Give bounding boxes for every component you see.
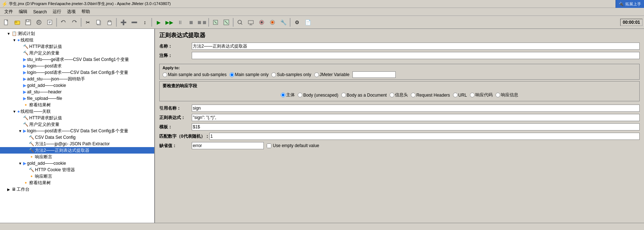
regex-input[interactable] (192, 114, 640, 121)
tree-item-stu-info[interactable]: ▶ stu_info——ge请求——CSV Data Set Config1个变… (0, 56, 154, 63)
resp-code[interactable]: 响应代码 (470, 92, 493, 98)
remote-stop-now-btn[interactable] (267, 17, 277, 27)
tree-item-login-post-csv2[interactable]: ▼ ▶ login——post请求——CSV Data Set Config多个… (0, 128, 154, 134)
edit-btn[interactable] (45, 17, 55, 27)
tree-item-http-cookie-mgr[interactable]: 🔨 HTTP Cookie 管理器 (0, 167, 154, 173)
resp-info-radio[interactable] (390, 93, 394, 97)
tree-panel[interactable]: ▼ 📋 测试计划 ▼ ● 线程组 🔨 HTTP请求默认值 (0, 29, 155, 230)
menu-file[interactable]: 文件 (1, 8, 16, 16)
tree-item-login-post[interactable]: ▶ login——post请求 (0, 63, 154, 69)
resp-req-headers[interactable]: Request Headers (411, 93, 450, 98)
open-btn[interactable] (12, 17, 22, 27)
tree-item-gold-add-cookie2[interactable]: ▼ ▶ gold_add——cookie (0, 160, 154, 167)
expander[interactable]: ▼ (12, 38, 17, 42)
tree-item-test-plan[interactable]: ▼ 📋 测试计划 (0, 30, 154, 37)
expander[interactable]: ▼ (17, 129, 23, 133)
tree-item-user-vars2[interactable]: 🔨 用户定义的变量 (0, 121, 154, 128)
new-btn[interactable] (1, 17, 12, 27)
jmeter-variable-input[interactable] (352, 71, 396, 78)
collapse-btn[interactable]: ➖ (129, 17, 139, 27)
stop-now-btn[interactable]: ⏹⏹ (197, 17, 207, 27)
remote-stop-btn[interactable] (257, 17, 267, 27)
resp-msg[interactable]: 响应信息 (496, 92, 518, 98)
tree-item-add-stu[interactable]: ▶ add_stu——json——因特助手 (0, 76, 154, 82)
resp-msg-radio[interactable] (496, 93, 500, 97)
options-btn[interactable]: ⚙ (292, 17, 302, 27)
tree-item-view-results2[interactable]: 🔸 察看结果树 (0, 180, 154, 186)
resp-body-unescaped[interactable]: Body (unescaped) (298, 93, 338, 98)
tree-item-method2[interactable]: 🔨 方法2——正则表达式提取器 (0, 147, 154, 154)
expander[interactable]: ▼ (12, 110, 17, 114)
menu-help[interactable]: 帮助 (79, 8, 93, 16)
remote-clear-btn[interactable]: 🔧 (278, 17, 288, 27)
apply-sub-only[interactable]: Sub-samples only (271, 72, 311, 77)
tree-item-user-vars[interactable]: 🔨 用户定义的变量 (0, 50, 154, 56)
tree-item-view-results1[interactable]: 🔸 察看结果树 (0, 102, 154, 108)
ref-name-input[interactable] (192, 105, 640, 112)
tree-item-workbench[interactable]: ▶ 🖥 工作台 (0, 186, 154, 193)
copy-btn[interactable] (94, 17, 104, 27)
default-input[interactable] (192, 142, 264, 149)
cut-btn[interactable]: ✂ (83, 17, 93, 27)
tree-item-method1[interactable]: 🔨 方法1——jp@gc- JSON Path Extractor (0, 141, 154, 147)
tree-item-response-assertion[interactable]: 🔸 响应断言 (0, 154, 154, 160)
undo-btn[interactable] (58, 17, 68, 27)
find-btn[interactable] (235, 17, 245, 27)
tree-item-http-defaults2[interactable]: 🔨 HTTP请求默认值 (0, 115, 154, 121)
resp-body-radio[interactable] (281, 93, 285, 97)
resp-req-headers-radio[interactable] (411, 93, 416, 97)
menu-options[interactable]: 选项 (64, 8, 79, 16)
apply-main-sub-radio[interactable] (163, 72, 167, 77)
run-all-btn[interactable]: ▶▶ (164, 17, 174, 27)
resp-body-unescaped-radio[interactable] (298, 93, 302, 97)
stop-btn[interactable]: ⏹ (186, 17, 196, 27)
name-input[interactable] (192, 43, 640, 50)
expander[interactable]: ▶ (6, 187, 12, 191)
template-input[interactable] (192, 123, 640, 131)
tree-item-all-stu-header[interactable]: ▶ all_stu——header (0, 89, 154, 95)
corner-btn[interactable]: 🔌 拓展上手 (616, 0, 644, 8)
paste-btn[interactable] (105, 17, 115, 27)
resp-info[interactable]: 信息头 (390, 92, 408, 98)
resp-body-as-doc[interactable]: Body as a Document (341, 93, 387, 98)
run-btn[interactable]: ▶ (154, 17, 164, 27)
tree-item-http-defaults[interactable]: 🔨 HTTP请求默认值 (0, 43, 154, 50)
apply-main-only-radio[interactable] (230, 72, 234, 77)
tree-item-thread-group[interactable]: ▼ ● 线程组 (0, 37, 154, 43)
remote-run-btn[interactable] (246, 17, 256, 27)
resp-url[interactable]: URL (453, 93, 467, 98)
apply-sub-only-radio[interactable] (271, 72, 276, 77)
tree-item-csv-config[interactable]: 🔨 CSV Data Set Config (0, 134, 154, 141)
resp-code-radio[interactable] (470, 93, 475, 97)
menu-edit[interactable]: 编辑 (16, 8, 30, 16)
comment-input[interactable] (192, 52, 640, 59)
toggle-btn[interactable]: ↕ (140, 17, 150, 27)
tree-item-gold-add-cookie[interactable]: ▶ gold_add——cookie (0, 82, 154, 89)
tree-item-login-post-csv[interactable]: ▶ login——post请求——CSV Data Set Config多个变量 (0, 69, 154, 76)
apply-jmeter-var[interactable]: JMeter Variable (314, 72, 350, 77)
apply-main-sub[interactable]: Main sample and sub-samples (163, 72, 227, 77)
resp-body[interactable]: 主体 (281, 92, 295, 98)
log-btn[interactable]: 📄 (303, 17, 313, 27)
use-empty-default[interactable]: Use empty default value (267, 143, 319, 148)
menu-search[interactable]: Search (30, 9, 50, 15)
expand-btn[interactable]: ➕ (118, 17, 128, 27)
apply-main-only[interactable]: Main sample only (230, 72, 268, 77)
expander[interactable]: ▼ (6, 32, 12, 36)
save-btn[interactable] (23, 17, 33, 27)
tree-item-file-upload[interactable]: ▶ file_upload——file (0, 95, 154, 102)
resp-body-as-doc-radio[interactable] (341, 93, 346, 97)
use-empty-default-checkbox[interactable] (267, 143, 271, 148)
clear-btn[interactable] (210, 17, 221, 27)
redo-btn[interactable] (69, 17, 79, 27)
tree-item-response-assertion2[interactable]: 🔸 响应断言 (0, 173, 154, 180)
expander[interactable]: ▼ (17, 162, 23, 165)
tree-item-thread-group2[interactable]: ▼ ● 线程组——关联 (0, 108, 154, 115)
revert-btn[interactable]: R (34, 17, 44, 27)
clear-all-btn[interactable] (221, 17, 231, 27)
pause-btn[interactable]: ⏸ (175, 17, 185, 27)
apply-jmeter-var-radio[interactable] (314, 72, 319, 77)
menu-run[interactable]: 运行 (50, 8, 64, 16)
match-no-input[interactable] (209, 133, 640, 140)
resp-url-radio[interactable] (453, 93, 458, 97)
